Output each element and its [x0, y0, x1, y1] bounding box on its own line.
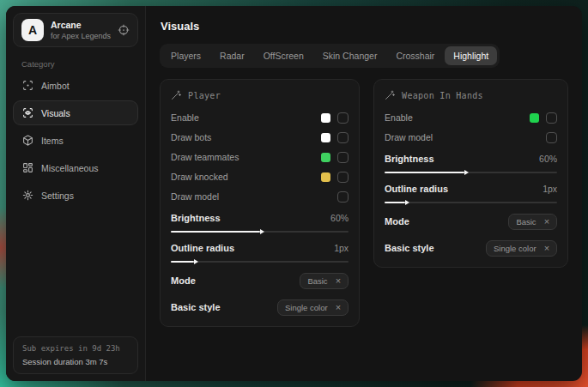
slider-thumb[interactable]	[464, 170, 469, 175]
tab-bar: PlayersRadarOffScreenSkin ChangerCrossha…	[160, 44, 500, 68]
chip-value: Basic	[516, 217, 536, 227]
brightness-slider[interactable]	[385, 172, 557, 173]
panel-title: Weapon In Hands	[402, 91, 483, 100]
close-icon[interactable]: ×	[544, 244, 549, 253]
slider-fill	[385, 172, 464, 173]
slider-group-brightness: Brightness60%	[171, 213, 349, 233]
color-swatch[interactable]	[321, 133, 330, 142]
toggle-row-enable: Enable	[171, 112, 349, 124]
color-swatch[interactable]	[321, 172, 330, 182]
sidebar-item-settings[interactable]: Settings	[13, 183, 138, 208]
sidebar-item-visuals[interactable]: Visuals	[13, 100, 138, 125]
slider-head: Brightness60%	[385, 154, 557, 164]
app-subtitle: for Apex Legends	[51, 32, 111, 40]
color-swatch[interactable]	[530, 113, 539, 123]
checkbox[interactable]	[337, 172, 349, 183]
gear-icon	[22, 190, 33, 201]
sidebar-item-miscellaneous[interactable]: Miscellaneous	[13, 155, 138, 180]
main-area: Visuals PlayersRadarOffScreenSkin Change…	[146, 6, 582, 381]
toggle-label: Draw knocked	[171, 172, 321, 182]
slider-value: 60%	[539, 154, 557, 164]
tab-crosshair[interactable]: Crosshair	[387, 46, 443, 65]
close-icon[interactable]: ×	[336, 303, 341, 312]
tab-offscreen[interactable]: OffScreen	[255, 46, 312, 65]
sidebar-item-label: Items	[41, 136, 64, 146]
slider-thumb[interactable]	[194, 259, 198, 264]
target-icon[interactable]	[118, 24, 130, 36]
close-icon[interactable]: ×	[544, 217, 549, 227]
scan-eye-icon	[22, 107, 33, 118]
slider-head: Outline radius1px	[171, 243, 349, 253]
checkbox[interactable]	[337, 112, 349, 124]
color-swatch[interactable]	[321, 153, 330, 162]
wand-icon	[385, 90, 395, 100]
slider-head: Brightness60%	[171, 213, 349, 223]
panels-container: PlayerEnableDraw botsDraw teammatesDraw …	[160, 79, 568, 327]
toggle-label: Enable	[171, 112, 321, 123]
sidebar: A Arcane for Apex Legends Category Aimbo…	[6, 6, 146, 381]
slider-fill	[171, 261, 194, 263]
slider-value: 60%	[330, 213, 349, 223]
toggle-label: Enable	[385, 112, 530, 123]
panel-player: PlayerEnableDraw botsDraw teammatesDraw …	[160, 79, 360, 327]
select-label: Basic style	[385, 243, 433, 253]
select-row-mode: ModeBasic×	[385, 213, 557, 230]
tab-highlight[interactable]: Highlight	[445, 46, 497, 65]
sidebar-item-label: Miscellaneous	[41, 163, 99, 173]
brightness-slider[interactable]	[171, 231, 349, 233]
tab-skin-changer[interactable]: Skin Changer	[314, 46, 386, 65]
select-label: Mode	[385, 216, 409, 227]
checkbox[interactable]	[337, 191, 349, 203]
slider-fill	[171, 231, 260, 233]
panel-title: Player	[188, 91, 221, 100]
checkbox[interactable]	[337, 152, 349, 163]
toggle-label: Draw teammates	[171, 152, 321, 162]
color-swatch[interactable]	[321, 113, 330, 123]
grid-icon	[22, 162, 33, 173]
tab-radar[interactable]: Radar	[211, 46, 253, 65]
slider-thumb[interactable]	[260, 229, 264, 234]
outline-radius-slider[interactable]	[385, 202, 557, 203]
close-icon[interactable]: ×	[336, 276, 341, 286]
selected-option-chip[interactable]: Single color×	[277, 299, 349, 316]
panel-header: Player	[171, 90, 349, 100]
sidebar-item-items[interactable]: Items	[13, 128, 138, 153]
checkbox[interactable]	[546, 132, 557, 143]
subscription-status-box: Sub expires in 9d 23h Session duration 3…	[13, 336, 138, 374]
toggle-row-draw-knocked: Draw knocked	[171, 171, 349, 183]
select-label: Basic style	[171, 302, 220, 312]
select-label: Mode	[171, 275, 196, 286]
session-duration-text: Session duration 3m 7s	[22, 357, 129, 366]
page-title: Visuals	[161, 20, 568, 33]
select-row-basic-style: Basic styleSingle color×	[171, 299, 349, 316]
checkbox[interactable]	[337, 132, 349, 143]
slider-thumb[interactable]	[405, 200, 409, 205]
sidebar-item-aimbot[interactable]: Aimbot	[13, 73, 138, 98]
slider-value: 1px	[334, 243, 349, 253]
toggle-row-draw-model: Draw model	[171, 190, 349, 203]
sidebar-item-label: Aimbot	[41, 81, 70, 91]
outline-radius-slider[interactable]	[171, 261, 349, 263]
app-window: A Arcane for Apex Legends Category Aimbo…	[6, 6, 582, 381]
sidebar-nav: AimbotVisualsItemsMiscellaneousSettings	[6, 73, 145, 208]
selected-option-chip[interactable]: Single color×	[486, 240, 557, 257]
tab-players[interactable]: Players	[162, 46, 209, 65]
toggle-label: Draw model	[385, 132, 546, 142]
selected-option-chip[interactable]: Basic×	[508, 214, 557, 230]
slider-group-outline-radius: Outline radius1px	[171, 243, 349, 263]
chip-value: Single color	[494, 244, 536, 253]
category-label: Category	[21, 59, 145, 69]
package-icon	[22, 135, 33, 146]
chip-value: Basic	[307, 276, 327, 286]
chip-value: Single color	[285, 303, 328, 312]
slider-head: Outline radius1px	[385, 184, 557, 194]
selected-option-chip[interactable]: Basic×	[300, 273, 349, 289]
checkbox[interactable]	[546, 112, 557, 124]
slider-fill	[385, 202, 405, 203]
app-meta: Arcane for Apex Legends	[51, 20, 111, 40]
crosshair-icon	[22, 80, 33, 91]
select-row-basic-style: Basic styleSingle color×	[385, 239, 557, 257]
toggle-row-enable: Enable	[385, 112, 557, 124]
sub-expires-text: Sub expires in 9d 23h	[22, 344, 129, 353]
panel-weapon-in-hands: Weapon In HandsEnableDraw modelBrightnes…	[373, 79, 568, 268]
